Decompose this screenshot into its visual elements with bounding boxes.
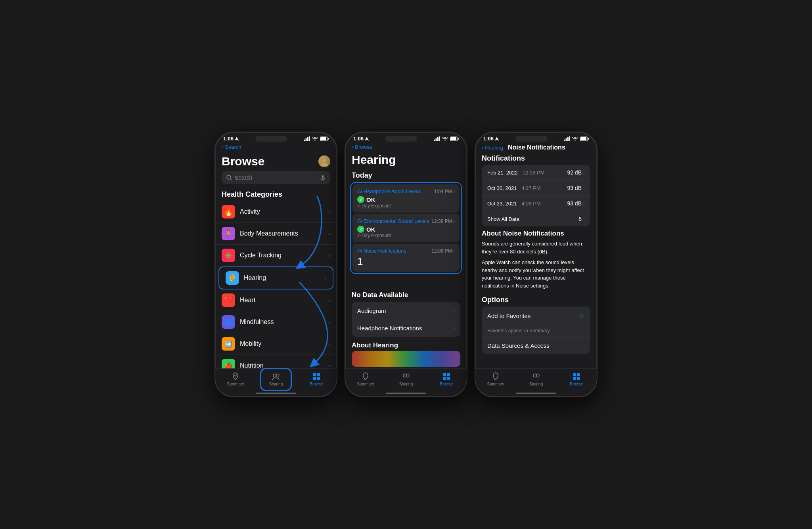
tab-sharing-label: Sharing [399, 382, 413, 386]
svg-rect-1 [304, 140, 305, 141]
card-number: 1 [357, 255, 455, 268]
tab-summary[interactable]: Summary [345, 372, 386, 386]
hearing-label: Hearing [244, 274, 325, 282]
svg-rect-12 [322, 175, 324, 178]
about-title: About Hearing [352, 341, 460, 349]
tab-summary[interactable]: Summary [475, 372, 516, 386]
cat-nutrition[interactable]: 🍎 Nutrition › [215, 355, 337, 368]
signal-icon [434, 136, 440, 141]
svg-rect-28 [458, 138, 459, 140]
notif-db-1: 92 dB [567, 169, 582, 176]
browse-header: Browse [215, 151, 337, 171]
sharing-icon [532, 372, 540, 381]
svg-rect-4 [309, 136, 310, 141]
avatar[interactable] [318, 155, 330, 167]
notif-row-2[interactable]: Oct 30, 2021 4:27 PM 93 dB › [482, 180, 590, 196]
phone-hearing: 1:06 [345, 132, 467, 397]
cat-mobility[interactable]: ➡️ Mobility › [215, 333, 337, 355]
card-title: Noise Notifications [357, 248, 406, 254]
no-data-section: No Data Available Audiogram › Headphone … [345, 288, 467, 339]
favorites-hint: Favorites appear in Summary. [487, 328, 551, 334]
back-label[interactable]: Browse [355, 144, 372, 150]
back-label[interactable]: Hearing [485, 145, 503, 151]
phone-noise-notif: 1:06 [475, 132, 598, 397]
card-status: ✓ OK [357, 226, 455, 233]
summary-icon [361, 372, 370, 381]
svg-rect-16 [313, 373, 316, 376]
notif-chevron-2: › [583, 185, 585, 191]
signal-icon [304, 136, 310, 141]
cat-hearing[interactable]: 👂 Hearing › [218, 266, 333, 289]
card-time: 12:08 PM › [431, 248, 455, 254]
svg-rect-46 [577, 373, 580, 376]
add-to-favorites-row[interactable]: Add to Favorites ☆ [482, 307, 590, 325]
noise-icon [357, 249, 362, 253]
cycle-label: Cycle Tracking [240, 252, 329, 259]
svg-line-11 [230, 179, 232, 180]
tab-browse[interactable]: Browse [296, 372, 337, 386]
cat-body[interactable]: 🧍 Body Measurements › [215, 223, 337, 245]
data-sources-row[interactable]: Data Sources & Access › [482, 337, 590, 354]
activity-chevron: › [329, 209, 330, 215]
card-status: ✓ OK [357, 196, 455, 203]
notifications-section: Notifications Feb 21, 2022 12:08 PM 92 d… [475, 153, 597, 228]
about-image [352, 351, 460, 367]
notif-right-2: 93 dB › [567, 185, 585, 191]
svg-rect-39 [569, 136, 571, 141]
home-indicator [516, 393, 556, 394]
status-time: 1:06 [223, 136, 239, 142]
phone-content: Hearing Today Headphone Audio Levels [345, 151, 467, 368]
svg-rect-38 [567, 137, 569, 141]
headphone-notif-row[interactable]: Headphone Notifications › [352, 320, 460, 337]
about-noise-section: About Noise Notifications Sounds are gen… [475, 228, 597, 294]
notif-row-1[interactable]: Feb 21, 2022 12:08 PM 92 dB › [482, 165, 590, 180]
status-text: OK [366, 226, 375, 233]
card-noise-notif[interactable]: Noise Notifications 12:08 PM › 1 [352, 244, 460, 272]
browse-icon [312, 372, 321, 381]
tab-browse[interactable]: Browse [426, 372, 467, 386]
back-nav: ‹ Hearing Noise Notifications [475, 143, 597, 153]
svg-point-8 [322, 158, 326, 162]
status-icons [434, 136, 459, 141]
hearing-chevron: › [325, 275, 326, 281]
search-bar[interactable]: Search [222, 171, 330, 184]
cat-cycle[interactable]: ✳️ Cycle Tracking › [215, 245, 337, 266]
svg-marker-21 [365, 137, 369, 141]
cat-mindfulness[interactable]: 🌀 Mindfulness › [215, 311, 337, 333]
back-label[interactable]: Search [225, 144, 241, 150]
headphone-icon [357, 189, 362, 194]
cat-activity[interactable]: 🔥 Activity › [215, 201, 337, 223]
add-favorites-label: Add to Favorites [487, 312, 530, 319]
svg-rect-27 [450, 137, 456, 140]
svg-point-9 [321, 163, 328, 166]
audiogram-row[interactable]: Audiogram › [352, 302, 460, 319]
tab-browse-label: Browse [570, 382, 583, 386]
tab-browse[interactable]: Browse [556, 372, 597, 386]
mindfulness-chevron: › [329, 319, 330, 325]
data-sources-chevron: › [583, 343, 585, 349]
tab-summary[interactable]: Summary [215, 372, 256, 386]
card-environmental[interactable]: Environmental Sound Levels 12:38 PM › ✓ … [352, 214, 460, 242]
tab-summary-label: Summary [487, 382, 504, 386]
audiogram-label: Audiogram [357, 307, 386, 314]
notif-row-3[interactable]: Oct 23, 2021 4:28 PM 93 dB › [482, 196, 590, 211]
card-sub: 7-Day Exposure [357, 233, 455, 238]
avatar-icon [320, 157, 329, 166]
tab-sharing[interactable]: Sharing [516, 372, 556, 386]
notif-inline: Oct 23, 2021 4:28 PM [487, 201, 541, 207]
show-all-row[interactable]: Show All Data 6 › [482, 211, 590, 226]
card-headphone-audio[interactable]: Headphone Audio Levels 1:04 PM › ✓ OK 7-… [352, 184, 460, 213]
card-header: Environmental Sound Levels 12:38 PM › [357, 218, 455, 224]
hearing-cards: Headphone Audio Levels 1:04 PM › ✓ OK 7-… [345, 182, 467, 288]
cat-heart[interactable]: ❤️ Heart › [215, 289, 337, 311]
tab-sharing[interactable]: Sharing [256, 372, 296, 386]
back-chevron-icon: ‹ [222, 144, 223, 150]
svg-rect-7 [328, 138, 329, 140]
search-placeholder: Search [235, 174, 317, 181]
time-text: 1:06 [353, 136, 364, 142]
battery-icon [320, 136, 329, 141]
cycle-chevron: › [329, 253, 330, 259]
notif-time-3: 4:28 PM [521, 201, 540, 207]
show-all-count: 6 [578, 216, 582, 222]
tab-sharing[interactable]: Sharing [386, 372, 426, 386]
